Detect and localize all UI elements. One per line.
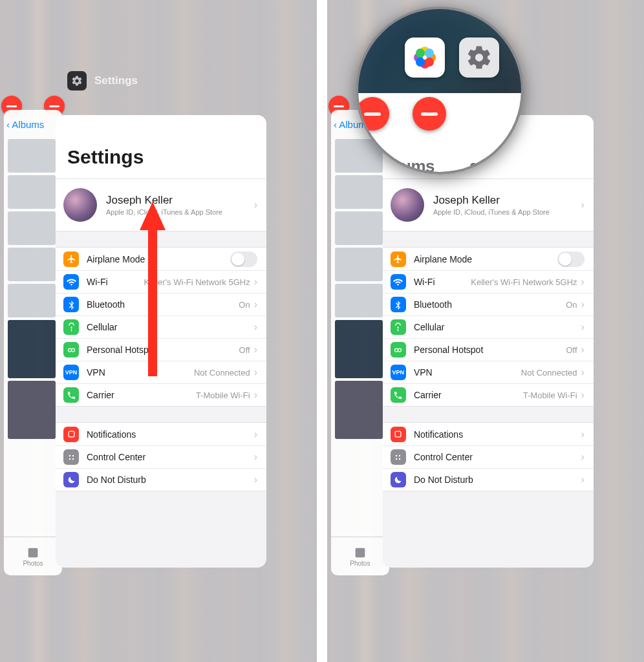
settings-group-system: Notifications › Control Center › Do Not …	[56, 422, 266, 491]
svg-point-5	[72, 454, 74, 456]
row-detail: Off	[239, 345, 250, 355]
apple-id-row[interactable]: Joseph Keller Apple ID, iCloud, iTunes &…	[383, 179, 594, 231]
airplane-icon	[63, 251, 79, 267]
control-center-row[interactable]: Control Center ›	[383, 445, 594, 468]
svg-rect-3	[69, 431, 74, 437]
back-to-albums-link[interactable]: ‹ Albums	[4, 110, 62, 136]
chevron-right-icon: ›	[254, 389, 257, 401]
svg-point-13	[396, 454, 398, 456]
photos-tab-icon	[353, 546, 367, 560]
settings-app-icon	[67, 71, 87, 91]
svg-rect-12	[396, 431, 402, 437]
settings-group-connectivity: Airplane Mode Wi-Fi Keller's Wi-Fi Netwo…	[383, 247, 594, 407]
row-detail: Off	[566, 345, 577, 355]
chevron-right-icon: ›	[254, 474, 257, 486]
photo-thumb	[8, 284, 56, 317]
svg-point-10	[395, 348, 398, 352]
photo-thumb	[335, 211, 383, 245]
row-label: VPN	[414, 367, 521, 378]
notifications-row[interactable]: Notifications ›	[383, 423, 594, 445]
row-label: Control Center	[414, 452, 581, 462]
vpn-icon: VPN	[63, 365, 79, 380]
photo-thumb	[8, 139, 56, 173]
airplane-icon	[391, 251, 406, 267]
photos-app-card[interactable]: ‹ Albums Photos	[331, 110, 389, 575]
notifications-icon	[63, 427, 79, 442]
settings-group-system: Notifications › Control Center › Do Not …	[383, 422, 594, 491]
chevron-right-icon: ›	[581, 367, 585, 378]
notifications-icon	[391, 427, 406, 442]
svg-point-24	[416, 58, 425, 67]
chevron-right-icon: ›	[254, 321, 257, 333]
control-center-row[interactable]: Control Center ›	[56, 445, 266, 468]
bluetooth-icon	[391, 297, 406, 312]
dnd-row[interactable]: Do Not Disturb ›	[56, 468, 266, 491]
row-detail: On	[566, 300, 577, 310]
chevron-right-icon: ›	[254, 451, 257, 463]
row-detail: Not Connected	[521, 368, 577, 378]
app-switcher-header: Settings	[67, 71, 138, 91]
photos-tab-bar[interactable]: Photos	[331, 537, 389, 575]
avatar	[391, 188, 424, 222]
svg-point-23	[425, 58, 434, 67]
chevron-right-icon: ›	[581, 199, 585, 211]
photos-tab-icon	[26, 546, 40, 560]
wifi-icon	[391, 274, 406, 290]
close-app-badge-zoom[interactable]	[413, 97, 446, 131]
bluetooth-row[interactable]: Bluetooth On ›	[383, 293, 594, 315]
carrier-row[interactable]: Carrier T-Mobile Wi-Fi ›	[56, 383, 266, 406]
vpn-row[interactable]: VPN VPN Not Connected ›	[383, 361, 594, 383]
carrier-row[interactable]: Carrier T-Mobile Wi-Fi ›	[383, 383, 594, 406]
moon-icon	[63, 472, 79, 487]
row-detail: Keller's Wi-Fi Network 5GHz	[471, 277, 577, 287]
account-name: Joseph Keller	[433, 194, 550, 207]
wifi-row[interactable]: Wi-Fi Keller's Wi-Fi Network 5GHz ›	[383, 270, 594, 293]
airplane-toggle[interactable]	[230, 251, 257, 267]
hotspot-icon	[391, 342, 406, 358]
row-label: Do Not Disturb	[87, 475, 254, 485]
vpn-icon: VPN	[391, 365, 406, 380]
hotspot-row[interactable]: Personal Hotspot Off ›	[383, 338, 594, 361]
photos-tab-bar[interactable]: Photos	[4, 537, 62, 575]
airplane-toggle[interactable]	[557, 251, 585, 267]
svg-rect-9	[356, 548, 365, 558]
svg-point-16	[399, 458, 401, 460]
chevron-right-icon: ›	[581, 344, 585, 356]
row-detail: T-Mobile Wi-Fi	[523, 390, 577, 400]
chevron-right-icon: ›	[254, 299, 257, 310]
svg-point-6	[69, 458, 70, 460]
photo-thumb	[335, 320, 383, 378]
row-label: Personal Hotspot	[414, 345, 566, 355]
chevron-right-icon: ›	[254, 344, 257, 356]
control-center-icon	[63, 449, 79, 465]
cellular-icon	[63, 319, 79, 335]
airplane-mode-row[interactable]: Airplane Mode	[383, 248, 594, 270]
control-center-icon	[391, 449, 406, 465]
chevron-right-icon: ›	[581, 276, 585, 288]
svg-point-14	[399, 454, 401, 456]
chevron-right-icon: ›	[581, 474, 585, 486]
chevron-right-icon: ›	[581, 321, 585, 333]
svg-point-1	[68, 348, 71, 352]
cellular-row[interactable]: Cellular ›	[383, 315, 594, 338]
photo-thumb	[335, 248, 383, 281]
row-detail: Not Connected	[194, 368, 250, 378]
notifications-row[interactable]: Notifications ›	[56, 423, 266, 445]
settings-app-card[interactable]: Settings Joseph Keller Apple ID, iCloud,…	[383, 115, 594, 568]
photos-app-card[interactable]: ‹ Albums Photos	[4, 110, 62, 575]
row-label: Carrier	[87, 390, 196, 400]
photos-tab-label: Photos	[23, 560, 43, 567]
svg-point-11	[398, 348, 402, 352]
photo-thumb	[8, 175, 56, 209]
photos-tab-label: Photos	[350, 560, 370, 567]
photo-thumb	[8, 211, 56, 245]
account-subtitle: Apple ID, iCloud, iTunes & App Store	[433, 208, 550, 216]
chevron-right-icon: ›	[581, 429, 585, 440]
row-label: Do Not Disturb	[414, 475, 581, 485]
chevron-right-icon: ›	[581, 451, 585, 463]
chevron-right-icon: ›	[254, 429, 257, 440]
svg-point-7	[72, 458, 74, 460]
dnd-row[interactable]: Do Not Disturb ›	[383, 468, 594, 491]
app-switcher-label: Settings	[94, 74, 138, 87]
swipe-up-arrow-annotation	[140, 202, 166, 376]
